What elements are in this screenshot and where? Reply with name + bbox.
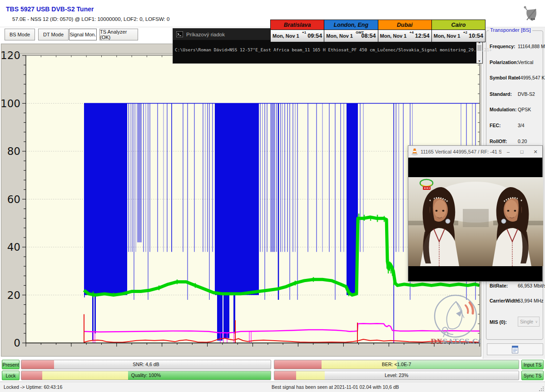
- cmd-scrollbar[interactable]: ▲ ▼: [476, 40, 482, 63]
- watermark-rest: SATCS.COM: [442, 337, 481, 346]
- satellite-dish-icon: [522, 4, 542, 25]
- transponder-row-fec: FEC: 3/4: [490, 123, 541, 128]
- row-value: 53,994 MHz: [518, 298, 544, 303]
- clock-cairo: Cairo Mon, Nov 1 +2 10:54: [432, 20, 485, 42]
- present-button[interactable]: Present: [2, 360, 20, 369]
- row-label: Frequency:: [490, 44, 515, 49]
- page-title: TBS 5927 USB DVB-S2 Tuner: [6, 5, 94, 13]
- dxsatcs-watermark-logo: DXSATCS.COM: [430, 293, 481, 347]
- cmd-icon: [176, 31, 183, 37]
- lock-button[interactable]: Lock: [2, 371, 20, 380]
- vlc-cone-icon: [411, 148, 418, 155]
- quality-progressbar: Quality: 100%: [21, 371, 271, 380]
- row-value: 44995,547 KS/s: [518, 75, 545, 80]
- clock-london: London, Eng Mon, Nov 1 GMT 08:54: [324, 20, 377, 42]
- tab-dt-mode[interactable]: DT Mode: [38, 29, 69, 40]
- cmd-output-area[interactable]: C:\Users\Roman Dávid>NSS 12-57°E_East Af…: [173, 40, 482, 63]
- resize-grip[interactable]: [538, 386, 544, 391]
- vlc-titlebar[interactable]: 11165 Vertical 44995,547 / RF: -41 SNR: …: [408, 146, 542, 158]
- cmd-title-text: Príkazový riadok: [186, 32, 225, 37]
- clock-dubai: Dubai Mon, Nov 1 +4 12:54: [378, 20, 431, 42]
- row-value: DVB-S2: [518, 91, 535, 97]
- svg-text:DXSATCS.COM: DXSATCS.COM: [431, 337, 481, 346]
- row-label: Modulation:: [490, 107, 516, 112]
- clock-time: 10:54: [469, 33, 483, 39]
- ber-value: BER: <1.0E-7: [274, 362, 519, 367]
- maximize-icon[interactable]: □: [515, 149, 529, 154]
- clock-bratislava: Bratislava Mon, Nov 1 +1 09:54: [271, 20, 324, 42]
- cmd-scroll-thumb[interactable]: [477, 45, 481, 51]
- tab-ts-analyzer[interactable]: TS Analyzer (OK): [99, 29, 138, 40]
- transponder-row-modulation: Modulation: QPSK: [490, 107, 541, 112]
- row-label: Polarization:: [490, 60, 518, 65]
- close-icon[interactable]: ✕: [529, 149, 542, 155]
- row-label: CarrierWidth:: [490, 298, 520, 303]
- clock-date: Mon, Nov 1: [434, 33, 461, 39]
- transponder-row-polarization: Polarization: Vertical: [490, 60, 541, 65]
- cmd-command-line: C:\Users\Roman Dávid>NSS 12-57°E_East Af…: [175, 47, 492, 52]
- tuner-subtitle: 57.0E - NSS 12 (ID: 0570) @ LOF1: 100000…: [12, 16, 169, 22]
- transponder-row-rolloff: RollOff: 0.20: [490, 139, 541, 144]
- vlc-player-window[interactable]: 11165 Vertical 44995,547 / RF: -41 SNR: …: [408, 145, 543, 282]
- transponder-group-title: Transponder [BS]: [489, 27, 532, 33]
- report-list-icon-button[interactable]: [512, 346, 518, 353]
- clock-city-cairo: Cairo: [432, 20, 485, 30]
- tab-bs-mode[interactable]: BS Mode: [5, 29, 35, 40]
- clock-time: 12:54: [415, 33, 430, 39]
- sidebar-toolbar: [487, 343, 543, 355]
- clock-time: 09:54: [307, 33, 322, 39]
- watermark-dx: DX: [431, 337, 443, 346]
- level-value: Level: 23%: [274, 372, 519, 378]
- clock-date: Mon, Nov 1: [380, 33, 407, 39]
- sync-ts-button[interactable]: Sync TS: [521, 371, 544, 380]
- lock-uptime-status: Locked -> Uptime: 60:43:16: [4, 384, 62, 390]
- input-ts-button[interactable]: Input TS: [521, 360, 544, 369]
- clock-date: Mon, Nov 1: [326, 33, 353, 39]
- video-frame[interactable]: [408, 177, 543, 266]
- row-value: 3/4: [518, 123, 525, 128]
- tab-signal-mon[interactable]: Signal Mon.: [69, 29, 97, 40]
- row-value: 0.20: [518, 139, 527, 144]
- transponder-row-bitrate: BitRate: 66,953 Mbit/s: [490, 283, 541, 288]
- clock-city-bratislava: Bratislava: [271, 20, 324, 30]
- row-label: Symbol Rate:: [490, 75, 520, 80]
- clock-city-london: London, Eng: [324, 20, 377, 30]
- world-clocks-widget[interactable]: Bratislava Mon, Nov 1 +1 09:54 London, E…: [270, 20, 486, 42]
- chevron-down-icon: ∨: [535, 320, 538, 324]
- mis-dropdown[interactable]: Single ∨: [518, 317, 540, 327]
- transponder-row-frequency: Frequency: 11164,888 MHz: [490, 44, 541, 49]
- ber-progressbar: BER: <1.0E-7: [274, 360, 519, 369]
- row-label: FEC:: [490, 123, 501, 128]
- best-signal-status: Best signal has been seen at 2021-11-01 …: [272, 384, 399, 390]
- vlc-title-text: 11165 Vertical 44995,547 / RF: -41 SNR: …: [421, 149, 501, 154]
- minimize-icon[interactable]: –: [501, 149, 515, 154]
- clock-utc-offset: +2: [463, 30, 467, 35]
- quality-value: Quality: 100%: [21, 372, 271, 378]
- scroll-down-icon[interactable]: ▼: [478, 59, 481, 63]
- row-value: Vertical: [518, 60, 533, 65]
- row-label: RollOff:: [490, 139, 507, 144]
- row-value: 11164,888 MHz: [518, 44, 545, 49]
- clock-time: 08:54: [362, 33, 376, 39]
- transponder-row-standard: Standard: DVB-S2: [490, 91, 541, 97]
- clock-city-dubai: Dubai: [378, 20, 431, 30]
- clock-date: Mon, Nov 1: [272, 33, 299, 39]
- clock-utc-offset: +1: [302, 30, 306, 35]
- clock-utc-offset: +4: [410, 30, 414, 35]
- mis-selected-value: Single: [520, 319, 533, 324]
- row-label: Standard:: [490, 91, 512, 97]
- row-label: MIS (0):: [490, 319, 507, 325]
- level-progressbar: Level: 23%: [274, 371, 519, 380]
- row-value: QPSK: [518, 107, 531, 112]
- transponder-row-carrierwidth: CarrierWidth: 53,994 MHz: [490, 298, 541, 303]
- row-value: 66,953 Mbit/s: [518, 283, 545, 288]
- row-label: BitRate:: [490, 283, 508, 288]
- transponder-row-symbolrate: Symbol Rate: 44995,547 KS/s: [490, 75, 541, 80]
- snr-value: SNR: 4,6 dB: [21, 362, 271, 367]
- statusbar: Locked -> Uptime: 60:43:16 Best signal h…: [0, 382, 545, 392]
- snr-progressbar: SNR: 4,6 dB: [21, 360, 271, 369]
